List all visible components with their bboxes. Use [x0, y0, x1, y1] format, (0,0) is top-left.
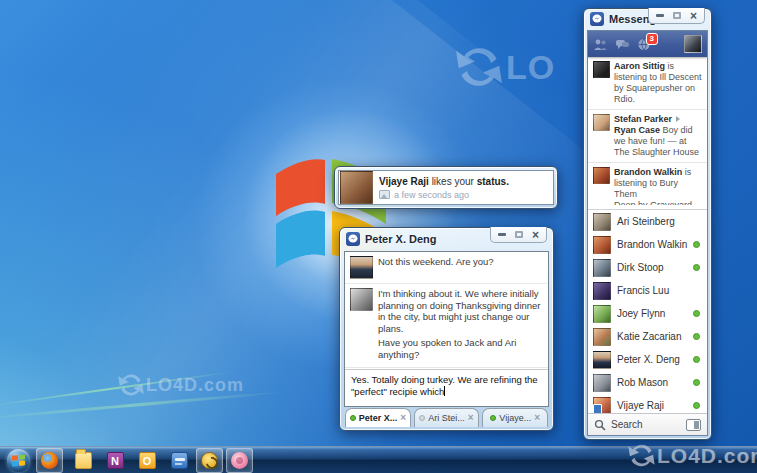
grass-streak [0, 390, 290, 421]
friend-row-katie-zacarian[interactable]: Katie Zacarian [588, 325, 707, 348]
restore-icon [515, 231, 523, 238]
messenger-titlebar[interactable]: Messenger × [584, 9, 711, 29]
friend-row-rob-mason[interactable]: Rob Mason [588, 371, 707, 394]
profile-avatar[interactable] [684, 35, 702, 53]
chat-input[interactable]: Yes. Totally doing turkey. We are refini… [345, 369, 548, 406]
tab-label: Ari Stei... [428, 413, 465, 423]
friend-name: Katie Zacarian [617, 331, 681, 342]
taskbar-firefox-button[interactable] [36, 448, 63, 473]
presence-dot [693, 379, 700, 386]
notifications-globe-icon[interactable]: 3 [637, 38, 652, 51]
friend-row-ari-steinberg[interactable]: Ari Steinberg [588, 210, 707, 233]
tab-close-icon[interactable]: × [468, 414, 474, 422]
restore-button[interactable] [668, 9, 685, 22]
close-button[interactable]: × [685, 9, 702, 22]
presence-dot [693, 241, 700, 248]
friend-name: Brandon Walkin [617, 239, 687, 250]
friend-name: Vijaye Raji [617, 400, 664, 411]
presence-dot [693, 310, 700, 317]
chat-tab-vijaye[interactable]: Vijaye... × [482, 408, 548, 427]
dock-toggle-icon[interactable] [686, 419, 701, 431]
text-caret [444, 386, 445, 396]
friend-row-dirk-stoop[interactable]: Dirk Stoop [588, 256, 707, 279]
notification-text: Vijaye Raji likes your status. [379, 176, 509, 187]
close-button[interactable]: × [527, 228, 544, 241]
message-text: I'm thinking about it. We where initiall… [378, 288, 543, 334]
avatar [593, 397, 611, 414]
chat-titlebar[interactable]: Peter X. Deng × [340, 228, 553, 250]
outlook-icon: O [139, 452, 156, 469]
gold-coin-icon [201, 452, 218, 469]
presence-dot [693, 264, 700, 271]
feed-actor: Stefan Parker [614, 114, 672, 124]
presence-dot [490, 415, 496, 421]
friend-name: Peter X. Deng [617, 354, 680, 365]
avatar [340, 171, 373, 204]
chat-window: Peter X. Deng × Not this weekend. Are yo… [339, 227, 554, 431]
chat-message-list: Not this weekend. Are you? I'm thinking … [345, 252, 548, 369]
message-text: Not this weekend. Are you? [378, 256, 494, 268]
messenger-header: 3 [588, 31, 707, 57]
friend-row-brandon-walkin[interactable]: Brandon Walkin [588, 233, 707, 256]
feed-item[interactable]: Aaron Sittig is listening to Ill Descent… [588, 57, 707, 110]
friend-name: Rob Mason [617, 377, 668, 388]
friend-name: Joey Flynn [617, 308, 665, 319]
taskbar-blue-app-button[interactable] [167, 448, 191, 473]
minimize-icon [656, 14, 664, 17]
restore-button[interactable] [510, 228, 527, 241]
tab-close-icon[interactable]: × [534, 414, 540, 422]
feed-item[interactable]: Brandon Walkin is listening to Bury Them… [588, 163, 707, 210]
presence-dot [693, 402, 700, 409]
friend-row-francis-luu[interactable]: Francis Luu [588, 279, 707, 302]
notification-object: status. [477, 176, 509, 187]
search-icon [594, 419, 606, 431]
feed-item[interactable]: Stefan Parker Ryan Case Boy did we have … [588, 110, 707, 163]
friend-name: Francis Luu [617, 285, 669, 296]
watermark-lo4d-top: LO [452, 40, 555, 94]
avatar [593, 61, 610, 78]
close-icon: × [532, 230, 539, 240]
chat-tab-ari[interactable]: Ari Stei... × [414, 408, 480, 427]
feed-actor: Aaron Sittig [614, 61, 665, 71]
friend-requests-icon[interactable] [593, 38, 608, 51]
minimize-button[interactable] [493, 228, 510, 241]
avatar [593, 167, 610, 184]
notification-timestamp: a few seconds ago [394, 190, 469, 200]
avatar [593, 282, 611, 300]
avatar [593, 328, 611, 346]
feed-actor: Brandon Walkin [614, 167, 682, 177]
start-button[interactable] [3, 448, 33, 473]
grass-streak [0, 370, 239, 408]
friend-row-joey-flynn[interactable]: Joey Flynn [588, 302, 707, 325]
messenger-app-icon [590, 12, 604, 26]
avatar [593, 305, 611, 323]
notification-popup[interactable]: Vijaye Raji likes your status. a few sec… [334, 166, 558, 209]
chat-tabstrip: Peter X... × Ari Stei... × Vijaye... × [345, 408, 548, 427]
chat-message: Not this weekend. Are you? [345, 252, 548, 284]
tab-close-icon[interactable]: × [400, 414, 406, 422]
taskbar-explorer-button[interactable] [71, 448, 95, 473]
notification-badge: 3 [646, 33, 658, 45]
message-text: Have you spoken to Jack and Ari anything… [378, 337, 543, 360]
taskbar-pink-app-button[interactable] [226, 448, 253, 473]
taskbar-onenote-button[interactable]: N [103, 448, 127, 473]
taskbar-outlook-button[interactable]: O [135, 448, 159, 473]
blue-app-icon [171, 452, 188, 469]
firefox-icon [41, 452, 58, 469]
feed-text-clipped: Deep by Graveyard [614, 200, 702, 205]
friend-row-peter-x-deng[interactable]: Peter X. Deng [588, 348, 707, 371]
friend-row-vijaye-raji[interactable]: Vijaye Raji [588, 394, 707, 413]
messenger-window: Messenger × 3 [583, 8, 712, 440]
minimize-icon [498, 233, 506, 236]
presence-dot [693, 333, 700, 340]
presence-dot [350, 415, 356, 421]
search-input[interactable]: Search [611, 419, 643, 430]
search-bar[interactable]: Search [588, 413, 707, 435]
messages-icon[interactable] [615, 38, 630, 51]
taskbar-gold-app-button[interactable] [196, 448, 223, 473]
avatar [593, 213, 611, 231]
friend-name: Dirk Stoop [617, 262, 664, 273]
watermark-text: LO [506, 48, 555, 87]
minimize-button[interactable] [651, 9, 668, 22]
chat-tab-peter[interactable]: Peter X... × [345, 408, 411, 427]
